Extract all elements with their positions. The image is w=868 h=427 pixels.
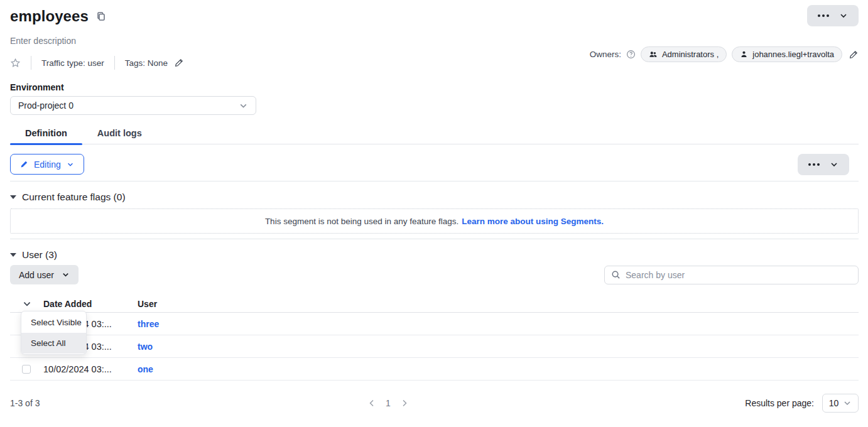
date-added-cell: 10/02/2024 03:...	[43, 364, 138, 374]
per-page-select[interactable]: 10	[822, 394, 859, 413]
empty-state-text: This segment is not being used in any fe…	[265, 217, 458, 226]
person-icon	[740, 50, 748, 58]
user-header-label: User (3)	[22, 249, 57, 261]
description-placeholder[interactable]: Enter description	[10, 36, 859, 46]
menu-item-select-all[interactable]: Select All	[21, 333, 86, 354]
divider	[31, 56, 31, 70]
table-header-row: Date Added User	[10, 295, 859, 313]
group-icon	[649, 50, 658, 59]
title-row: employees	[10, 5, 859, 28]
owner-chip-label: johannes.liegl+travolta	[752, 50, 834, 59]
chevron-left-icon	[367, 399, 376, 408]
chevron-down-icon	[62, 271, 70, 279]
overflow-menu-icon	[808, 163, 820, 166]
owner-chip-administrators[interactable]: Administrators ,	[641, 46, 727, 62]
feature-flags-section-header[interactable]: Current feature flags (0)	[10, 192, 859, 203]
owners-label: Owners:	[590, 50, 621, 59]
results-per-page: Results per page: 10	[745, 394, 859, 413]
editing-mode-button[interactable]: Editing	[10, 154, 84, 175]
user-link[interactable]: two	[138, 342, 859, 352]
feature-flags-empty-state: This segment is not being used in any fe…	[10, 208, 859, 234]
menu-item-select-visible[interactable]: Select Visible	[21, 312, 86, 333]
pencil-icon	[20, 160, 28, 168]
segment-detail-page: employees Enter description Traffic type…	[0, 0, 868, 427]
per-page-label: Results per page:	[745, 398, 814, 408]
owners-row: Owners: Administrators , johannes.liegl+…	[590, 46, 859, 62]
chevron-down-icon	[830, 160, 838, 169]
row-checkbox[interactable]	[22, 365, 31, 374]
tab-bar: Definition Audit logs	[10, 128, 859, 144]
column-header-date-added: Date Added	[43, 299, 138, 309]
owner-chip-label: Administrators ,	[662, 50, 719, 59]
environment-label: Environment	[10, 82, 859, 92]
overflow-menu-icon	[818, 14, 829, 17]
results-count: 1-3 of 3	[10, 398, 40, 408]
edit-owners-pencil-icon[interactable]	[849, 50, 859, 60]
traffic-type-label: Traffic type: user	[41, 58, 104, 68]
user-link[interactable]: one	[138, 364, 859, 374]
select-all-chevron-icon[interactable]	[10, 299, 43, 309]
previous-page-button[interactable]	[366, 397, 377, 409]
add-user-label: Add user	[19, 270, 54, 280]
tags-label: Tags: None	[125, 58, 168, 68]
feature-flags-header-label: Current feature flags (0)	[22, 192, 126, 203]
edit-tags-pencil-icon[interactable]	[174, 58, 184, 68]
user-link[interactable]: three	[138, 319, 859, 329]
chevron-right-icon	[400, 399, 409, 408]
pagination-row: 1-3 of 3 1 Results per page: 10	[10, 393, 859, 413]
help-circle-icon[interactable]	[626, 50, 636, 59]
divider	[10, 239, 859, 239]
user-controls-row: Add user	[10, 265, 859, 284]
tab-definition[interactable]: Definition	[10, 128, 82, 144]
search-input[interactable]	[626, 270, 852, 280]
next-page-button[interactable]	[399, 397, 410, 409]
divider	[114, 56, 115, 70]
definition-toolbar: Editing	[10, 154, 859, 175]
pager: 1	[366, 397, 410, 409]
table-row: 10/02/2024 03:... three	[10, 313, 859, 335]
star-icon[interactable]	[10, 58, 21, 68]
chevron-down-icon	[839, 11, 848, 20]
learn-more-link[interactable]: Learn more about using Segments.	[462, 217, 604, 226]
select-dropdown-menu: Select Visible Select All	[21, 311, 87, 355]
definition-overflow-split-button[interactable]	[798, 154, 849, 175]
environment-select[interactable]: Prod-project 0	[10, 96, 256, 115]
search-icon	[611, 270, 621, 279]
per-page-value: 10	[829, 398, 839, 408]
tab-audit-logs[interactable]: Audit logs	[82, 128, 157, 144]
page-title: employees	[10, 8, 89, 25]
user-table: Date Added User 10/02/2024 03:... three …	[10, 295, 859, 381]
divider	[10, 181, 859, 181]
user-section-header[interactable]: User (3)	[10, 249, 859, 261]
current-page-number[interactable]: 1	[386, 398, 391, 408]
caret-down-icon	[10, 195, 16, 199]
caret-down-icon	[10, 253, 16, 257]
editing-label: Editing	[34, 159, 61, 170]
user-search-box	[604, 266, 859, 284]
table-row: 10/02/2024 03:... one	[10, 358, 859, 381]
add-user-button[interactable]: Add user	[10, 265, 79, 284]
chevron-down-icon	[843, 399, 852, 408]
header-overflow-split-button[interactable]	[807, 5, 859, 26]
owner-chip-user[interactable]: johannes.liegl+travolta	[732, 46, 842, 62]
environment-selected-value: Prod-project 0	[18, 100, 73, 111]
column-header-user: User	[138, 299, 859, 309]
chevron-down-icon	[67, 161, 74, 168]
copy-icon[interactable]	[96, 11, 106, 21]
chevron-down-icon	[239, 101, 248, 111]
table-row: 10/02/2024 03:... two	[10, 335, 859, 358]
